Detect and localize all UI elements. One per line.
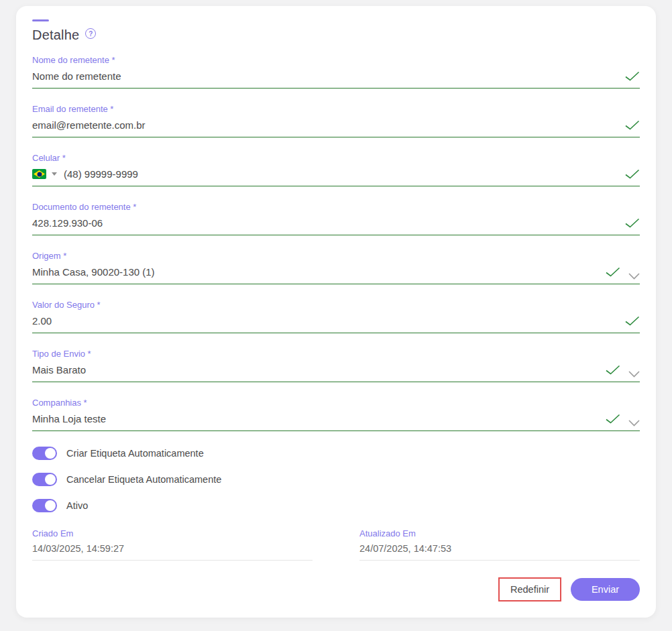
chevron-down-icon[interactable] xyxy=(628,417,640,429)
companies-selected-value[interactable]: Minha Loja teste xyxy=(32,412,640,425)
valid-check-icon xyxy=(606,267,620,280)
create-label-automatically-toggle[interactable] xyxy=(32,447,57,460)
sender-document-field: Documento do remetente * xyxy=(32,202,640,235)
create-label-automatically-label: Criar Etiqueta Automaticamente xyxy=(66,448,204,459)
active-toggle[interactable] xyxy=(32,499,57,512)
created-at-field: Criado Em 14/03/2025, 14:59:27 xyxy=(32,528,313,561)
shipping-type-selected-value[interactable]: Mais Barato xyxy=(32,363,640,376)
chevron-down-icon[interactable] xyxy=(628,368,640,380)
updated-at-label: Atualizado Em xyxy=(359,528,640,539)
created-at-value: 14/03/2025, 14:59:27 xyxy=(32,542,313,555)
active-toggle-row: Ativo xyxy=(32,499,640,512)
timestamps-section: Criado Em 14/03/2025, 14:59:27 Atualizad… xyxy=(32,528,640,561)
shipping-type-select-field[interactable]: Tipo de Envio * Mais Barato xyxy=(32,349,640,382)
create-label-toggle-row: Criar Etiqueta Automaticamente xyxy=(32,447,640,460)
valid-check-icon xyxy=(625,120,640,133)
actions-row: Redefinir Enviar xyxy=(32,577,640,601)
companies-label: Companhias * xyxy=(32,398,640,408)
cancel-label-automatically-toggle[interactable] xyxy=(32,473,57,486)
valid-check-icon xyxy=(625,218,640,231)
sender-email-field: Email do remetente * xyxy=(32,104,640,137)
title-row: Detalhe ? xyxy=(32,27,640,43)
insurance-value-label: Valor do Seguro * xyxy=(32,300,640,310)
insurance-value-input[interactable] xyxy=(32,314,640,327)
valid-check-icon xyxy=(606,365,620,378)
cancel-label-toggle-row: Cancelar Etiqueta Automaticamente xyxy=(32,473,640,486)
phone-label: Celular * xyxy=(32,153,640,164)
valid-check-icon xyxy=(625,71,640,84)
submit-button[interactable]: Enviar xyxy=(571,578,640,601)
accent-dash xyxy=(32,19,49,21)
brazil-flag-icon[interactable] xyxy=(32,169,46,179)
phone-field: Celular * xyxy=(32,153,640,186)
valid-check-icon xyxy=(606,414,620,426)
valid-check-icon xyxy=(625,169,640,182)
created-at-label: Criado Em xyxy=(32,528,313,539)
page-title: Detalhe xyxy=(32,27,79,43)
sender-name-input[interactable] xyxy=(32,70,640,82)
toggles-section: Criar Etiqueta Automaticamente Cancelar … xyxy=(32,447,640,512)
active-toggle-label: Ativo xyxy=(66,500,88,511)
sender-email-input[interactable] xyxy=(32,119,640,131)
chevron-down-icon[interactable] xyxy=(628,270,640,282)
sender-name-field: Nome do remetente * xyxy=(32,55,640,89)
sender-document-label: Documento do remetente * xyxy=(32,202,640,213)
origin-select-field[interactable]: Origem * Minha Casa, 90020-130 (1) xyxy=(32,251,640,284)
origin-label: Origem * xyxy=(32,251,640,262)
reset-button[interactable]: Redefinir xyxy=(501,580,559,599)
sender-email-label: Email do remetente * xyxy=(32,104,640,115)
phone-input[interactable] xyxy=(64,168,640,180)
shipping-type-label: Tipo de Envio * xyxy=(32,349,640,359)
origin-selected-value[interactable]: Minha Casa, 90020-130 (1) xyxy=(32,266,640,278)
valid-check-icon xyxy=(625,316,640,329)
updated-at-value: 24/07/2025, 14:47:53 xyxy=(359,542,640,555)
cancel-label-automatically-label: Cancelar Etiqueta Automaticamente xyxy=(66,474,221,485)
companies-select-field[interactable]: Companhias * Minha Loja teste xyxy=(32,398,640,431)
help-icon[interactable]: ? xyxy=(85,28,96,39)
sender-name-label: Nome do remetente * xyxy=(32,55,640,66)
annotation-highlight-box: Redefinir xyxy=(498,577,561,601)
country-dropdown-caret-icon[interactable] xyxy=(52,172,57,176)
detail-card: Detalhe ? Nome do remetente * Email do r… xyxy=(16,6,656,618)
updated-at-field: Atualizado Em 24/07/2025, 14:47:53 xyxy=(359,528,640,561)
sender-document-input[interactable] xyxy=(32,217,640,229)
insurance-value-field: Valor do Seguro * xyxy=(32,300,640,333)
